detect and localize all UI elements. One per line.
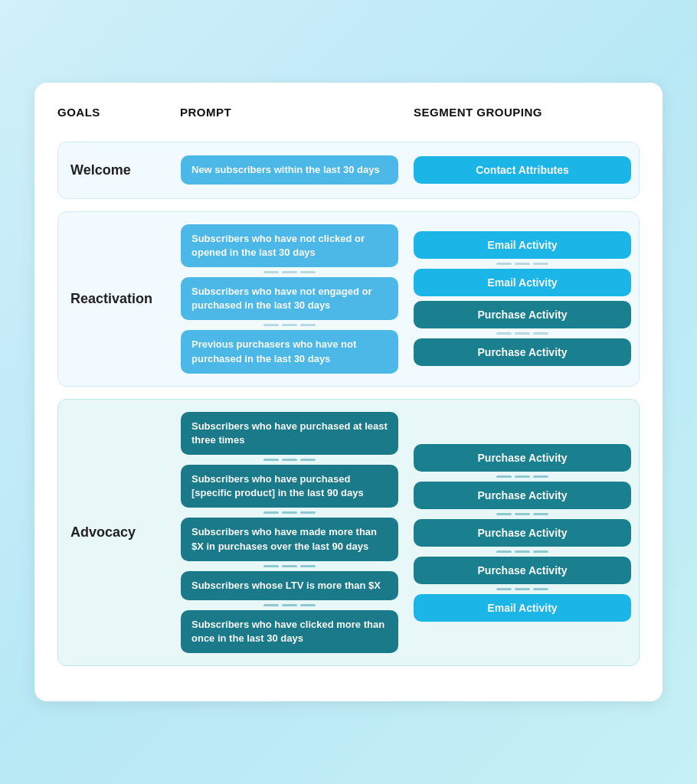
segment-welcome-contact: Contact Attributes <box>414 156 631 184</box>
divider-seg-1 <box>414 259 631 269</box>
section-reactivation: Reactivation Subscribers who have not cl… <box>57 211 640 387</box>
header-prompt: PROMPT <box>180 106 406 119</box>
goal-reactivation: Reactivation <box>58 283 173 315</box>
divider-adv-2 <box>181 508 398 518</box>
segment-reactivation-purchase-3: Purchase Activity <box>414 338 631 366</box>
prompt-welcome-new-subscribers: New subscribers within the last 30 days <box>181 155 398 185</box>
divider-seg-adv-3 <box>414 547 631 557</box>
header-segment: SEGMENT GROUPING <box>414 106 640 119</box>
segment-advocacy-purchase-4: Purchase Activity <box>414 557 631 584</box>
header-goals: GOALS <box>57 106 172 119</box>
prompt-reactivation-3: Previous purchasers who have not purchas… <box>181 330 398 373</box>
divider-adv-1 <box>181 455 398 465</box>
divider-2 <box>181 320 398 330</box>
divider-adv-4 <box>181 600 398 610</box>
section-advocacy: Advocacy Subscribers who have purchased … <box>57 399 640 667</box>
prompt-reactivation-1: Subscribers who have not clicked or open… <box>181 224 398 267</box>
divider-seg-adv-1 <box>414 472 631 482</box>
goal-welcome: Welcome <box>58 155 173 186</box>
divider-seg-adv-2 <box>414 509 631 519</box>
goal-advocacy: Advocacy <box>58 517 173 548</box>
main-table: GOALS PROMPT SEGMENT GROUPING Welcome Ne… <box>34 83 663 702</box>
prompt-advocacy-2: Subscribers who have purchased [specific… <box>181 465 398 508</box>
divider-seg-adv-4 <box>414 584 631 594</box>
divider-1 <box>181 267 398 277</box>
divider-seg-2 <box>414 328 631 338</box>
segment-reactivation-email-1: Email Activity <box>414 231 631 259</box>
header-row: GOALS PROMPT SEGMENT GROUPING <box>57 106 640 126</box>
segment-reactivation-purchase-2: Purchase Activity <box>414 301 631 328</box>
section-welcome: Welcome New subscribers within the last … <box>57 142 640 199</box>
segment-reactivation-email-2: Email Activity <box>414 269 631 296</box>
segment-advocacy-purchase-2: Purchase Activity <box>414 482 631 509</box>
prompt-advocacy-5: Subscribers who have clicked more than o… <box>181 610 398 653</box>
segment-advocacy-purchase-3: Purchase Activity <box>414 519 631 547</box>
prompt-advocacy-4: Subscribers whose LTV is more than $X <box>181 571 398 600</box>
divider-adv-3 <box>181 561 398 571</box>
prompt-advocacy-3: Subscribers who have made more than $X i… <box>181 518 398 560</box>
prompt-advocacy-1: Subscribers who have purchased at least … <box>181 412 398 455</box>
segment-advocacy-email-5: Email Activity <box>414 594 631 622</box>
prompt-reactivation-2: Subscribers who have not engaged or purc… <box>181 277 398 320</box>
segment-advocacy-purchase-1: Purchase Activity <box>414 444 631 472</box>
